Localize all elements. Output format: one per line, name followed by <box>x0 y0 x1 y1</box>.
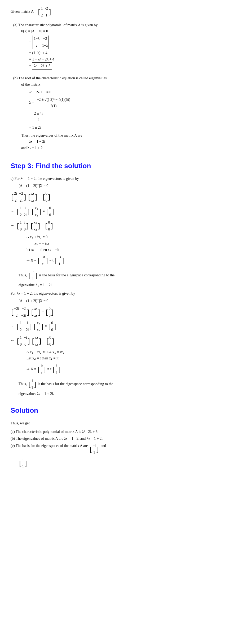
expand-eq2: = 1 + λ² − 2λ + 4 <box>29 57 54 61</box>
m6-22: 0 <box>24 341 27 348</box>
therefore2: ∴ x₁ − ix₂ = 0 ⇒ x₁ = ix₂ <box>27 350 64 354</box>
matrix-values: 1 -2 2 1 <box>41 5 48 19</box>
zero-vec6: [ 0 0 ] <box>46 334 54 348</box>
equals-6: = <box>43 339 46 343</box>
and-text: and <box>21 146 28 150</box>
expand-line2: = 1 + λ² − 2λ + 4 <box>29 56 214 63</box>
c-intro-text: c) For λ₁ = 1 − 2i the eigenvectors is g… <box>11 177 79 181</box>
x-param1: [ −it t ] <box>38 254 48 267</box>
thus-text2: Thus, <box>19 382 28 386</box>
simp-num: 2 ± 4i <box>33 110 44 117</box>
lambda1: λ₁ = 1 − 2i <box>29 140 45 143</box>
matrix-A: [ 1 -2 2 1 ] <box>38 5 51 19</box>
equals-1: = <box>39 195 42 199</box>
implies-x2: ⇒ X = [ it t ] = t [ i 1 ] <box>27 363 214 376</box>
m5-11: 1 <box>20 320 22 326</box>
bla1: [ <box>38 257 40 264</box>
z-vals5: 0 0 <box>51 320 53 333</box>
bl10: [ <box>11 308 14 316</box>
m2-22: 2i <box>24 212 27 218</box>
brb2: ] <box>58 366 61 373</box>
sb1-r: ] <box>96 446 99 453</box>
br14: ] <box>41 323 43 330</box>
bld1: [ <box>28 272 31 279</box>
br7: ] <box>26 222 29 230</box>
x-param2: [ it t ] <box>38 363 46 376</box>
let-x2-1: let x₂ = t then x₁ = −it <box>27 248 59 252</box>
tilde3: ∼ <box>11 324 14 328</box>
mat4: [ −2i −2 2 −2i ] <box>11 306 29 319</box>
matrix-eq1: [ 2i −2 2 2i ] [ x₁ x₂ ] = [ 0 0 ] <box>11 190 214 204</box>
sol-c-text: (c) The basis for the eigenspaces of the… <box>11 443 88 449</box>
boxed-line: = λ² − 2λ + 5 <box>29 62 214 70</box>
part-b: (b) The root of the characteristic equat… <box>11 74 214 153</box>
m5-21: 2 <box>20 327 22 333</box>
bl18: [ <box>46 337 49 345</box>
br2: ] <box>35 193 37 201</box>
x2-6: x₂ <box>35 341 38 348</box>
lambda2: λ₂ = 1 + 2i <box>28 146 43 150</box>
bl1: [ <box>11 193 14 201</box>
bl17: [ <box>32 337 34 345</box>
zero-vec3: [ 0 0 ] <box>45 219 53 233</box>
det-bar-right <box>48 36 49 49</box>
det-21: 2 <box>34 42 39 49</box>
therefore-line2: ∴ x₁ − ix₂ = 0 ⇒ x₁ = ix₂ <box>27 349 214 355</box>
equals-box: = <box>29 64 32 68</box>
m6-12: −i <box>24 334 27 341</box>
bla2: [ <box>38 366 40 373</box>
z-vals4: 0 0 <box>49 306 51 319</box>
part-a-label: (a) <box>13 23 17 27</box>
char-poly-def: b(λ) = |A − λI| = 0 <box>21 28 214 34</box>
thus-text: Thus, the eigenvalues of the matrix A ar… <box>21 133 82 137</box>
simplified-fraction: 2 ± 4i 2 <box>33 110 44 123</box>
br11: ] <box>38 308 41 316</box>
bv1-1: −i <box>58 254 61 260</box>
z1-6: 0 <box>49 334 51 341</box>
br15: ] <box>54 323 56 330</box>
x1-6: x₁ <box>35 334 38 341</box>
sol-b-line: (b) The eigenvalues of matrix A are λ₁ =… <box>11 436 214 442</box>
x-vals4: x₁ x₂ <box>34 306 38 319</box>
sb2-vals: i 1 <box>22 457 24 470</box>
poly-def: b(λ) = |A − λI| = 0 <box>21 29 48 33</box>
main-content: Given matrix A = [ 1 -2 2 1 ] (a) The ch… <box>11 5 214 153</box>
final-eigenvalue: = 1 ± 2i <box>29 125 41 129</box>
z2-1: 0 <box>46 197 47 204</box>
simplify-line: = 2 ± 4i 2 <box>29 110 214 123</box>
bl14: [ <box>34 323 36 330</box>
bl6: [ <box>46 208 48 215</box>
lambda2-line: and λ₂ = 1 + 2i <box>21 145 214 151</box>
x-vals2: x₁ x₂ <box>35 205 38 218</box>
m3-12: i <box>24 219 26 226</box>
thus-text1: Thus, <box>19 273 28 277</box>
brb1: ] <box>61 257 64 264</box>
zero-vec2: [ 0 0 ] <box>46 205 54 218</box>
sb2-r: ] <box>24 460 27 467</box>
bracket-right: ] <box>48 8 51 16</box>
tilde1: ∼ <box>11 209 14 213</box>
m1-22: 2i <box>19 197 23 204</box>
mat5-vals: 1 −i 2 −2i <box>20 320 29 333</box>
solution-header: Solution <box>11 405 214 416</box>
equals-4: = <box>42 310 45 314</box>
x2-1: x₂ <box>31 197 34 204</box>
given-text: Given matrix A = <box>11 10 37 14</box>
quad-formula: +2 ± √((-2)² − 4(1)(5)) 2(1) <box>36 97 71 110</box>
of-the-matrix: of the matrix <box>21 82 40 86</box>
is-basis-text1: is the basis for the eigenspace correspo… <box>39 273 114 277</box>
char-eq-line: λ² − 2λ + 5 = 0 <box>29 89 214 95</box>
br5: ] <box>39 208 41 215</box>
sol-c-second-basis: [ i 1 ] . <box>19 457 214 470</box>
bv-vals2: i 1 <box>56 363 58 376</box>
eigenvec-eq2: [A − (1 + 2i)I]X = 0 <box>19 298 214 304</box>
lambda2-intro: For λ₂ = 1 + 2i the eigenvectors is give… <box>11 290 214 297</box>
x-vec6: [ x₁ x₂ ] <box>32 334 41 348</box>
br17: ] <box>39 337 41 345</box>
mat3: [ 1 i 0 0 ] <box>17 219 29 233</box>
mat2: [ 1 i 2 2i ] <box>17 205 30 218</box>
x2-3: x₂ <box>34 226 37 233</box>
basis-display1: [ −i 1 ] <box>28 269 37 282</box>
m5-12: −i <box>24 320 29 326</box>
a21: 2 <box>41 12 43 19</box>
